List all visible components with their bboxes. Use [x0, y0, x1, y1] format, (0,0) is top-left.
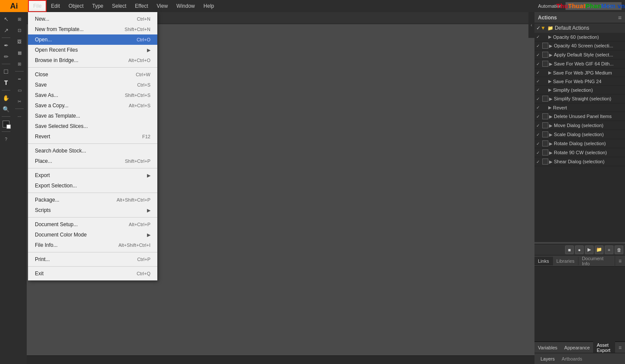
actions-panel-menu-icon[interactable]: ≡ [618, 14, 622, 21]
action-item-2[interactable]: ✓ ▶ Opacity 40 Screen (selecti... [534, 41, 625, 50]
actions-content[interactable]: ✓ ▼ 📁 Default Actions ✓ ▶ Opacity 60 (se… [534, 23, 625, 242]
menu-exit[interactable]: Exit Ctrl+Q [28, 268, 157, 279]
tool-brush[interactable]: ✏ [1, 51, 11, 62]
menu-open[interactable]: Open... Ctrl+O [28, 34, 157, 45]
menu-close[interactable]: Close Ctrl+W [28, 69, 157, 80]
action-item-6[interactable]: ✓ ▶ Save For Web PNG 24 [534, 77, 625, 86]
menu-package[interactable]: Package... Alt+Shift+Ctrl+P [28, 195, 157, 205]
menu-select[interactable]: Select [108, 0, 131, 12]
menu-scripts[interactable]: Scripts ▶ [28, 205, 157, 215]
menu-export-selection[interactable]: Export Selection... [28, 180, 157, 191]
tab-document-info[interactable]: Document Info [578, 254, 615, 268]
tool-text[interactable]: T [1, 78, 11, 88]
sep-4 [28, 193, 157, 193]
menu-revert[interactable]: Revert F12 [28, 131, 157, 142]
menu-save-copy[interactable]: Save a Copy... Alt+Ctrl+S [28, 100, 157, 111]
menu-save-slices[interactable]: Save Selected Slices... [28, 121, 157, 131]
tool-extra[interactable]: ? [1, 134, 11, 144]
menu-print[interactable]: Print... Ctrl+P [28, 254, 157, 264]
action-item-13[interactable]: ✓ ▶ Rotate Dialog (selection) [534, 139, 625, 148]
tool2-transform[interactable]: ⊡ [14, 25, 25, 35]
tab-layers[interactable]: Layers [538, 355, 557, 362]
action-group-default[interactable]: ✓ ▼ 📁 Default Actions [534, 23, 625, 33]
tool2-knife[interactable]: ✂ [14, 96, 25, 106]
tool2-image[interactable]: 🖼 [14, 36, 25, 47]
tool-zoom[interactable]: 🔍 [1, 104, 11, 114]
action-item-8[interactable]: ✓ ▶ Simplify Straight (selection) [534, 94, 625, 103]
menu-view[interactable]: View [153, 0, 172, 12]
tool-separator-5 [2, 131, 10, 132]
menu-open-recent[interactable]: Open Recent Files ▶ [28, 45, 157, 55]
sep-2 [28, 143, 157, 144]
tab-variables[interactable]: Variables [534, 343, 561, 352]
menu-effect[interactable]: Effect [131, 0, 152, 12]
menu-place[interactable]: Place... Shift+Ctrl+P [28, 156, 157, 166]
menu-file-info[interactable]: File Info... Alt+Shift+Ctrl+I [28, 240, 157, 250]
links-content [534, 267, 625, 341]
action-item-10[interactable]: ✓ ▶ Delete Unused Panel Items [534, 112, 625, 121]
menu-edit[interactable]: Edit [47, 0, 64, 12]
action-stop-btn[interactable]: ■ [565, 246, 574, 254]
tool-separator-3 [2, 90, 10, 90]
links-panel-menu[interactable]: ≡ [615, 258, 625, 264]
action-item-7[interactable]: ✓ ▶ Simplify (selection) [534, 86, 625, 94]
action-item-14[interactable]: ✓ ▶ Rotate 90 CW (selection) [534, 148, 625, 157]
menu-document-setup[interactable]: Document Setup... Alt+Ctrl+P [28, 219, 157, 230]
tool-pen[interactable]: ✒ [1, 40, 11, 50]
bottom-panel-menu[interactable]: ≡ [615, 345, 625, 351]
actions-toolbar: ■ ● ▶ 📁 + 🗑 [534, 244, 625, 255]
left-toolbar: ↖ ↗ ✒ ✏ ☐ T ✋ 🔍 ? [0, 12, 12, 364]
menu-file[interactable]: File [28, 0, 47, 12]
bottom-tabs: Variables Appearance Asset Export ≡ [534, 342, 625, 353]
action-item-9[interactable]: ✓ ▶ Revert [534, 103, 625, 112]
action-new-action-btn[interactable]: + [605, 246, 613, 254]
tool-shape[interactable]: ☐ [1, 66, 11, 77]
action-item-1[interactable]: ✓ ▶ Opacity 60 (selection) [534, 33, 625, 41]
sep-7 [28, 266, 157, 267]
menu-new-from-template[interactable]: New from Template... Shift+Ctrl+N [28, 24, 157, 34]
menu-save-as[interactable]: Save As... Shift+Ctrl+S [28, 90, 157, 100]
tab-artboards[interactable]: Artboards [559, 355, 585, 362]
menu-save-template[interactable]: Save as Template... [28, 111, 157, 121]
menu-export[interactable]: Export ▶ [28, 170, 157, 180]
action-item-3[interactable]: ✓ ▶ Apply Default Style (select... [534, 50, 625, 59]
menubar: File Edit Object Type Select Effect View… [28, 0, 504, 12]
tool-select[interactable]: ↖ [1, 14, 11, 24]
menu-object[interactable]: Object [64, 0, 88, 12]
tab-asset-export[interactable]: Asset Export [593, 341, 615, 355]
tool2-gradient[interactable]: ▦ [14, 47, 25, 58]
action-delete-btn[interactable]: 🗑 [615, 246, 623, 254]
menu-help[interactable]: Help [199, 0, 219, 12]
menu-save[interactable]: Save Ctrl+S [28, 80, 157, 90]
tab-libraries[interactable]: Libraries [553, 257, 578, 265]
tool-hand[interactable]: ✋ [1, 93, 11, 103]
file-dropdown-menu: New... Ctrl+N New from Template... Shift… [28, 12, 157, 280]
menu-search-stock[interactable]: Search Adobe Stock... [28, 146, 157, 156]
tool-direct-select[interactable]: ↗ [1, 25, 11, 35]
tool2-mesh[interactable]: ⊞ [14, 59, 25, 69]
menu-doc-color-mode[interactable]: Document Color Mode ▶ [28, 230, 157, 240]
action-item-11[interactable]: ✓ ▶ Move Dialog (selection) [534, 121, 625, 130]
menu-type[interactable]: Type [88, 0, 108, 12]
action-record-btn[interactable]: ● [575, 246, 584, 254]
action-item-15[interactable]: ✓ ▶ Shear Dialog (selection) [534, 157, 625, 166]
folder-symbol: 📁 [547, 25, 553, 31]
status-bar [27, 355, 534, 364]
menu-window[interactable]: Window [172, 0, 199, 12]
action-play-btn[interactable]: ▶ [585, 246, 594, 254]
tool2-rect[interactable]: ▭ [14, 85, 25, 95]
action-item-4[interactable]: ✓ ▶ Save For Web GIF 64 Dith... [534, 59, 625, 68]
action-new-set-btn[interactable]: 📁 [595, 246, 603, 254]
tool-color-fill[interactable] [1, 119, 11, 129]
panel-collapse-tab[interactable]: ‹ [528, 12, 534, 38]
menu-new[interactable]: New... Ctrl+N [28, 14, 157, 24]
tool2-stroke[interactable]: ━ [14, 74, 25, 84]
menu-browse-bridge[interactable]: Browse in Bridge... Alt+Ctrl+O [28, 55, 157, 65]
tool2-properties[interactable]: ⊞ [14, 14, 25, 24]
tool2-more[interactable]: ··· [14, 111, 25, 121]
tab-links[interactable]: Links [534, 257, 553, 265]
action-item-12[interactable]: ✓ ▶ Scale Dialog (selection) [534, 130, 625, 139]
actions-panel-header: Actions ≡ [534, 12, 625, 23]
action-item-5[interactable]: ✓ ▶ Save For Web JPG Medium [534, 68, 625, 77]
tab-appearance[interactable]: Appearance [561, 343, 593, 352]
